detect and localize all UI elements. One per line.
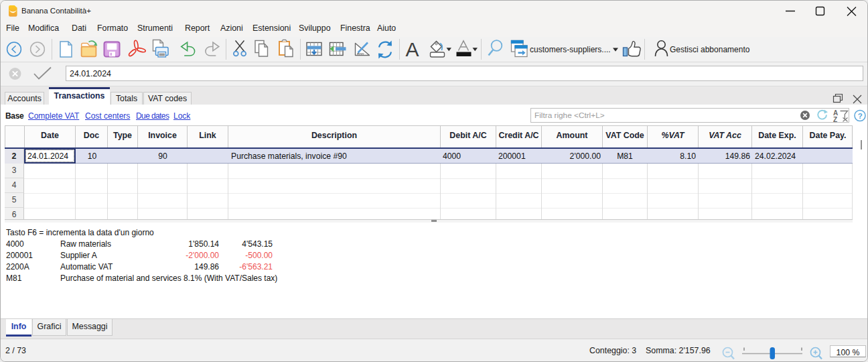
svg-text:Z: Z xyxy=(833,116,837,123)
svg-text:?: ? xyxy=(858,112,863,120)
svg-text:A: A xyxy=(406,38,419,60)
